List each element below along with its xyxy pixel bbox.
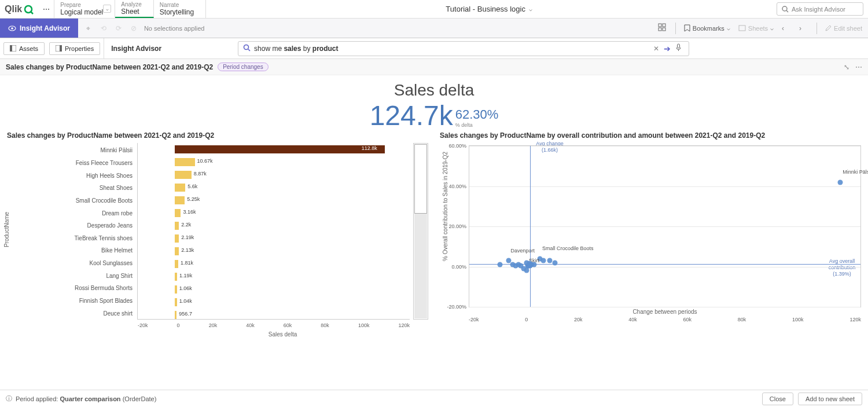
- clear-selections-icon[interactable]: ⊘: [129, 24, 138, 33]
- bar-category-label: Small Crocodile Boots: [7, 195, 137, 207]
- clear-search-icon[interactable]: ✕: [653, 45, 659, 53]
- scatter-point[interactable]: [521, 266, 527, 271]
- bar-rect: [175, 184, 185, 192]
- svg-rect-8: [659, 28, 661, 31]
- submit-search-icon[interactable]: ➔: [664, 44, 671, 53]
- bar-row[interactable]: 1.19k: [138, 270, 410, 283]
- selection-toolbar: Insight Advisor ⌖ ⟲ ⟳ ⊘ No selections ap…: [0, 19, 868, 38]
- scatter-point[interactable]: [540, 258, 546, 263]
- bar-chart-scrollbar[interactable]: [413, 143, 428, 320]
- scatter-x-tick: -20k: [469, 317, 479, 322]
- scatter-y-axis-title: % Overall contribution to Sales in 2019-…: [442, 152, 448, 261]
- bar-category-label: Minnki Pälsii: [7, 144, 137, 157]
- bar-row[interactable]: 10.67k: [138, 156, 410, 168]
- bar-value-label: 10.67k: [197, 158, 213, 164]
- collapse-icon[interactable]: ⤡: [844, 63, 849, 71]
- ask-insight-search[interactable]: Ask Insight Advisor: [777, 2, 863, 16]
- bar-value-label: 1.04k: [179, 298, 192, 304]
- bookmark-icon: [684, 24, 690, 32]
- scatter-point[interactable]: [510, 262, 515, 267]
- close-button[interactable]: Close: [762, 393, 793, 405]
- scatter-y-tick: -20.00%: [440, 304, 466, 310]
- scatter-x-tick: 80k: [738, 317, 746, 322]
- bar-value-label: 1.81k: [181, 260, 193, 266]
- add-to-sheet-button[interactable]: Add to new sheet: [798, 393, 862, 405]
- insight-search-input[interactable]: show me sales by product ✕ ➔: [238, 41, 689, 56]
- step-forward-icon[interactable]: ⟳: [114, 24, 123, 33]
- smart-search-icon[interactable]: ⌖: [84, 24, 93, 33]
- scatter-point[interactable]: [838, 179, 843, 185]
- svg-rect-7: [663, 24, 665, 27]
- top-tabs: PrepareLogical model⌵AnalyzeSheetNarrate…: [54, 0, 206, 18]
- bar-value-label: 2.2k: [181, 222, 191, 228]
- selection-tools: ⌖ ⟲ ⟳ ⊘ No selections applied: [78, 19, 211, 38]
- top-tab-logical-model[interactable]: PrepareLogical model⌵: [54, 0, 115, 18]
- scatter-point[interactable]: [498, 262, 503, 267]
- scatter-chart-panel: Sales changes by ProductName by overall …: [440, 131, 861, 338]
- svg-point-2: [782, 6, 787, 11]
- selections-tool-icon[interactable]: [658, 23, 667, 33]
- footer-bar: ⓘ Period applied: Quarter comparison (Or…: [0, 390, 868, 407]
- app-menu-button[interactable]: ⋯: [38, 0, 54, 18]
- bar-row[interactable]: 8.87k: [138, 168, 410, 181]
- top-tab-storytelling[interactable]: NarrateStorytelling: [154, 0, 206, 18]
- bar-row[interactable]: 5.6k: [138, 181, 410, 194]
- bar-x-tick: -20k: [138, 322, 148, 328]
- bar-row[interactable]: 1.06k: [138, 283, 410, 296]
- bar-value-label: 112.8k: [362, 145, 406, 151]
- assets-button[interactable]: Assets: [3, 42, 45, 55]
- step-back-icon[interactable]: ⟲: [99, 24, 108, 33]
- bar-plot-area[interactable]: 112.8k10.67k8.87k5.6k5.25k3.16k2.2k2.19k…: [137, 143, 410, 320]
- scatter-point[interactable]: [527, 261, 532, 266]
- bar-row[interactable]: 5.25k: [138, 194, 410, 207]
- properties-button[interactable]: Properties: [49, 42, 100, 55]
- bar-row[interactable]: 112.8k: [138, 143, 410, 156]
- svg-rect-6: [659, 24, 661, 27]
- scatter-x-tick: 20k: [574, 317, 583, 322]
- period-changes-badge: Period changes: [218, 63, 269, 71]
- bar-row[interactable]: 956.7: [138, 309, 410, 321]
- chevron-down-icon: ⌵: [529, 6, 532, 12]
- bar-rect: [175, 298, 176, 306]
- svg-point-15: [244, 45, 249, 49]
- scatter-point[interactable]: [553, 260, 558, 265]
- top-tab-sheet[interactable]: AnalyzeSheet: [115, 0, 154, 18]
- scatter-point[interactable]: [547, 258, 553, 263]
- bar-rect: [175, 209, 181, 217]
- bar-chart-title: Sales changes by ProductName between 202…: [7, 131, 428, 140]
- more-options-icon[interactable]: ⋯: [855, 63, 862, 71]
- insight-advisor-button[interactable]: Insight Advisor: [0, 19, 78, 38]
- app-title-dropdown[interactable]: Tutorial - Business logic⌵: [446, 5, 532, 13]
- prev-sheet-icon[interactable]: ‹: [782, 24, 791, 32]
- bar-category-label: Desperado Jeans: [7, 219, 137, 232]
- bar-row[interactable]: 2.19k: [138, 232, 410, 245]
- sheet-icon: [738, 25, 746, 31]
- svg-rect-10: [739, 25, 745, 31]
- bar-rect: [175, 171, 192, 179]
- edit-sheet-button[interactable]: Edit sheet: [825, 25, 862, 32]
- insight-advisor-label: Insight Advisor: [104, 45, 168, 53]
- bar-row[interactable]: 2.13k: [138, 245, 410, 258]
- voice-search-icon[interactable]: [675, 43, 682, 53]
- scatter-plot-area[interactable]: -20.00%0.00%20.00%40.00%60.00%Minnki Päl…: [469, 145, 861, 307]
- bar-category-label: Kool Sunglasses: [7, 257, 137, 270]
- eye-icon: [8, 24, 16, 32]
- svg-line-3: [786, 10, 788, 12]
- chevron-down-icon[interactable]: ⌵: [103, 5, 111, 13]
- bookmarks-menu[interactable]: Bookmarks⌵: [684, 24, 730, 32]
- bar-row[interactable]: 2.2k: [138, 219, 410, 232]
- bar-value-label: 8.87k: [194, 171, 207, 177]
- bar-rect: [175, 234, 179, 243]
- scatter-x-tick: 40k: [628, 317, 637, 322]
- kpi-title: Sales delta: [0, 81, 868, 100]
- next-sheet-icon[interactable]: ›: [799, 24, 808, 32]
- bar-value-label: 5.25k: [187, 196, 200, 202]
- search-icon: [243, 44, 251, 53]
- bar-row[interactable]: 1.04k: [138, 296, 410, 309]
- sheets-menu[interactable]: Sheets⌵: [738, 25, 774, 32]
- bar-row[interactable]: 3.16k: [138, 207, 410, 219]
- scatter-point-label: Davenport: [511, 248, 535, 254]
- svg-line-1: [31, 12, 33, 14]
- bar-row[interactable]: 1.81k: [138, 258, 410, 270]
- bar-rect: [175, 260, 178, 268]
